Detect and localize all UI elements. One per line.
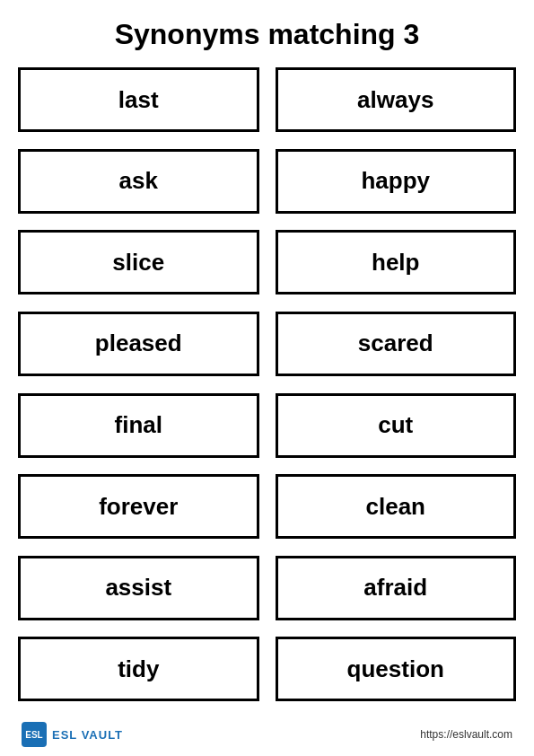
word-card-right-4: cut: [276, 393, 517, 458]
word-card-right-7: question: [276, 637, 517, 701]
word-card-left-1: ask: [18, 149, 259, 214]
word-card-right-6: afraid: [276, 556, 517, 620]
word-card-right-1: happy: [276, 149, 517, 214]
matching-grid: lastalwaysaskhappyslicehelppleasedscared…: [18, 67, 516, 711]
word-card-left-7: tidy: [18, 637, 259, 701]
word-card-left-3: pleased: [18, 312, 259, 376]
word-card-left-0: last: [18, 67, 259, 132]
word-card-right-0: always: [276, 67, 517, 132]
word-card-left-2: slice: [18, 230, 259, 294]
word-card-left-4: final: [18, 393, 259, 458]
word-card-right-3: scared: [276, 312, 517, 376]
page-title: Synonyms matching 3: [115, 18, 420, 51]
footer-url: https://eslvault.com: [420, 728, 512, 741]
logo-icon: ESL: [22, 722, 47, 747]
word-card-right-5: clean: [276, 474, 517, 539]
word-card-right-2: help: [276, 230, 517, 294]
logo-text: ESL VAULT: [52, 728, 123, 742]
word-card-left-5: forever: [18, 474, 259, 539]
footer-logo: ESL ESL VAULT: [22, 722, 123, 747]
word-card-left-6: assist: [18, 556, 259, 620]
footer: ESL ESL VAULT https://eslvault.com: [18, 722, 516, 747]
